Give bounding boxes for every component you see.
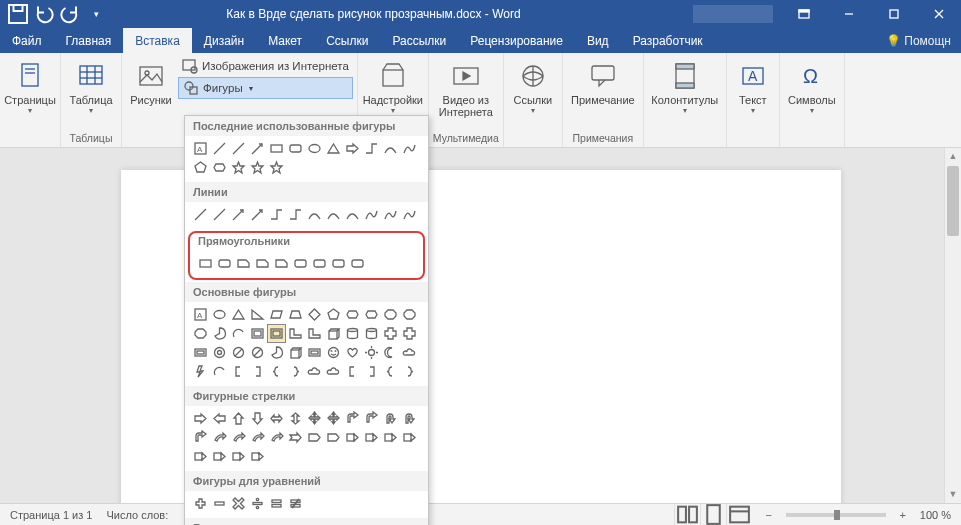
addins-button[interactable]: Надстройки ▾: [362, 56, 424, 115]
zoom-slider[interactable]: [786, 513, 886, 517]
shape-item[interactable]: [191, 324, 210, 343]
text-button[interactable]: A Текст ▾: [731, 56, 775, 115]
pages-button[interactable]: Страницы ▾: [4, 56, 56, 115]
shape-item[interactable]: [343, 305, 362, 324]
shape-item[interactable]: [343, 362, 362, 381]
shape-eq-multiply[interactable]: [229, 494, 248, 513]
shape-curve-double[interactable]: [343, 205, 362, 224]
headerfooter-button[interactable]: Колонтитулы ▾: [648, 56, 722, 115]
shape-item[interactable]: [305, 409, 324, 428]
tab-view[interactable]: Вид: [575, 28, 621, 53]
shape-elbow-connector[interactable]: [362, 139, 381, 158]
shapes-button[interactable]: Фигуры ▾: [178, 77, 353, 99]
shape-rounded-rectangle[interactable]: [286, 139, 305, 158]
tab-file[interactable]: Файл: [0, 28, 54, 53]
page-count[interactable]: Страница 1 из 1: [10, 509, 92, 521]
shape-item[interactable]: [400, 362, 419, 381]
shape-eq-equal[interactable]: [267, 494, 286, 513]
web-layout-button[interactable]: [726, 504, 752, 526]
tab-insert[interactable]: Вставка: [123, 28, 192, 53]
shape-scribble[interactable]: [381, 205, 400, 224]
vertical-scrollbar[interactable]: ▲ ▼: [944, 148, 961, 503]
tab-developer[interactable]: Разработчик: [621, 28, 715, 53]
shape-snip-round[interactable]: [348, 254, 367, 273]
tab-references[interactable]: Ссылки: [314, 28, 380, 53]
shape-item[interactable]: [362, 324, 381, 343]
shape-item[interactable]: [324, 428, 343, 447]
shape-eq-plus[interactable]: [191, 494, 210, 513]
shape-item[interactable]: [248, 428, 267, 447]
pictures-button[interactable]: Рисунки: [126, 56, 176, 106]
scroll-up-icon[interactable]: ▲: [945, 148, 961, 165]
shape-snip-single[interactable]: [234, 254, 253, 273]
zoom-out-button[interactable]: −: [762, 509, 776, 521]
shape-item[interactable]: [210, 447, 229, 466]
shape-item[interactable]: [400, 343, 419, 362]
shape-item[interactable]: [210, 324, 229, 343]
shape-item[interactable]: [210, 409, 229, 428]
shape-item[interactable]: [286, 324, 305, 343]
shape-item[interactable]: [191, 447, 210, 466]
shape-item[interactable]: [343, 428, 362, 447]
shape-item[interactable]: [229, 428, 248, 447]
shape-round-single[interactable]: [291, 254, 310, 273]
shape-triangle[interactable]: [324, 139, 343, 158]
shape-item[interactable]: [229, 362, 248, 381]
shape-line[interactable]: [210, 139, 229, 158]
shape-item[interactable]: [343, 343, 362, 362]
shape-item[interactable]: [343, 324, 362, 343]
shape-freeform[interactable]: [400, 139, 419, 158]
shape-item[interactable]: [362, 428, 381, 447]
shape-item[interactable]: [191, 343, 210, 362]
table-button[interactable]: Таблица ▾: [65, 56, 117, 115]
print-layout-button[interactable]: [700, 504, 726, 526]
online-video-button[interactable]: Видео из Интернета: [433, 56, 499, 118]
shape-star5[interactable]: [248, 158, 267, 177]
shape-rectangle[interactable]: [196, 254, 215, 273]
shape-item[interactable]: [362, 362, 381, 381]
shape-item[interactable]: [229, 409, 248, 428]
shape-rounded-rectangle[interactable]: [215, 254, 234, 273]
links-button[interactable]: Ссылки ▾: [508, 56, 558, 115]
shape-eq-divide[interactable]: [248, 494, 267, 513]
shape-item[interactable]: [381, 409, 400, 428]
shape-round-diag[interactable]: [329, 254, 348, 273]
shape-item[interactable]: [286, 428, 305, 447]
shape-item[interactable]: [324, 362, 343, 381]
shape-item[interactable]: [191, 362, 210, 381]
shape-eq-notequal[interactable]: [286, 494, 305, 513]
shape-item[interactable]: [286, 362, 305, 381]
shape-item[interactable]: [248, 447, 267, 466]
shape-curve-arrow[interactable]: [324, 205, 343, 224]
shape-elbow-arrow[interactable]: [286, 205, 305, 224]
shape-item[interactable]: A: [191, 305, 210, 324]
shape-item[interactable]: [400, 428, 419, 447]
shape-item[interactable]: [305, 343, 324, 362]
shape-item[interactable]: [324, 343, 343, 362]
shape-item[interactable]: [248, 362, 267, 381]
shape-item[interactable]: [343, 409, 362, 428]
shape-item[interactable]: [286, 343, 305, 362]
close-button[interactable]: [916, 0, 961, 28]
shape-item[interactable]: [381, 428, 400, 447]
user-account-area[interactable]: [693, 5, 773, 23]
shape-item[interactable]: [210, 362, 229, 381]
shape-snip-same[interactable]: [253, 254, 272, 273]
shape-line[interactable]: [210, 205, 229, 224]
shape-item[interactable]: [267, 343, 286, 362]
shape-freeform[interactable]: [362, 205, 381, 224]
shape-snip-diag[interactable]: [272, 254, 291, 273]
shape-right-arrow[interactable]: [343, 139, 362, 158]
shape-item[interactable]: [267, 362, 286, 381]
shape-item[interactable]: [191, 428, 210, 447]
shape-item[interactable]: [381, 362, 400, 381]
shape-item[interactable]: [381, 305, 400, 324]
tab-mailings[interactable]: Рассылки: [380, 28, 458, 53]
shape-line[interactable]: [191, 205, 210, 224]
ribbon-options-button[interactable]: [781, 0, 826, 28]
shape-arrow-line[interactable]: [229, 205, 248, 224]
tab-design[interactable]: Дизайн: [192, 28, 256, 53]
shape-item[interactable]: [324, 305, 343, 324]
shape-item[interactable]: [305, 362, 324, 381]
shape-item[interactable]: [248, 305, 267, 324]
